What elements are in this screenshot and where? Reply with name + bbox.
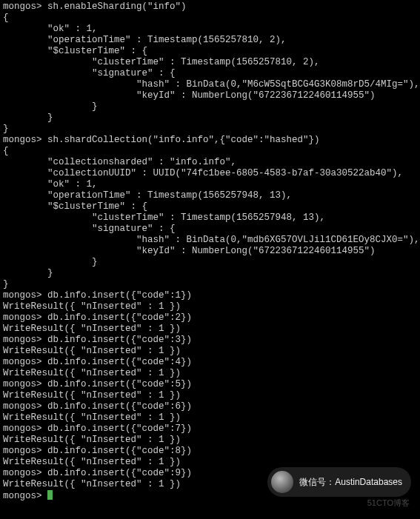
terminal-line: WriteResult({ "nInserted" : 1 }) xyxy=(3,390,417,401)
terminal-line: WriteResult({ "nInserted" : 1 }) xyxy=(3,457,417,468)
terminal-line: WriteResult({ "nInserted" : 1 }) xyxy=(3,301,417,312)
terminal-line: "clusterTime" : Timestamp(1565257948, 13… xyxy=(3,212,417,224)
terminal-line: } xyxy=(3,257,417,268)
terminal-line: mongos> db.info.insert({"code":3}) xyxy=(3,335,417,346)
terminal-line: WriteResult({ "nInserted" : 1 }) xyxy=(3,346,417,357)
watermark: 51CTO博客 xyxy=(367,498,410,509)
terminal-line: "keyId" : NumberLong("672236712246011495… xyxy=(3,90,417,101)
terminal-line: WriteResult({ "nInserted" : 1 }) xyxy=(3,435,417,446)
terminal-line: "ok" : 1, xyxy=(3,179,417,190)
wechat-overlay: 微信号：AustinDatabases xyxy=(267,467,411,497)
terminal-line: "signature" : { xyxy=(3,68,417,79)
terminal-line: { xyxy=(3,13,417,24)
terminal-line: "keyId" : NumberLong("672236712246011495… xyxy=(3,246,417,257)
terminal-line: "hash" : BinData(0,"mdb6XG57OVLJil1CD61E… xyxy=(3,235,417,246)
terminal-line: "clusterTime" : Timestamp(1565257810, 2)… xyxy=(3,57,417,68)
terminal-line: "$clusterTime" : { xyxy=(3,201,417,212)
terminal-line: "collectionsharded" : "info.info", xyxy=(3,157,417,168)
terminal-line: mongos> sh.enableSharding("info") xyxy=(3,1,417,13)
cursor xyxy=(47,490,53,500)
terminal-line: mongos> db.info.insert({"code":6}) xyxy=(3,401,417,412)
terminal-line: "operationTime" : Timestamp(1565257948, … xyxy=(3,190,417,201)
terminal-line: } xyxy=(3,124,417,135)
terminal-line: mongos> db.info.insert({"code":4}) xyxy=(3,357,417,368)
terminal-line: "hash" : BinData(0,"M6cW5SqtBCG4G3K08m8r… xyxy=(3,79,417,90)
terminal-line: WriteResult({ "nInserted" : 1 }) xyxy=(3,412,417,423)
terminal-output[interactable]: mongos> sh.enableSharding("info"){ "ok" … xyxy=(3,1,417,490)
terminal-line: mongos> db.info.insert({"code":7}) xyxy=(3,423,417,435)
terminal-line: mongos> db.info.insert({"code":2}) xyxy=(3,312,417,324)
terminal-line: } xyxy=(3,268,417,279)
terminal-line: WriteResult({ "nInserted" : 1 }) xyxy=(3,368,417,379)
prompt-text: mongos> xyxy=(3,491,47,501)
terminal-line: WriteResult({ "nInserted" : 1 }) xyxy=(3,324,417,335)
terminal-line: "collectionUUID" : UUID("74fc1bee-6805-4… xyxy=(3,168,417,179)
terminal-line: "operationTime" : Timestamp(1565257810, … xyxy=(3,35,417,46)
terminal-line: } xyxy=(3,279,417,290)
terminal-line: mongos> sh.shardCollection("info.info",{… xyxy=(3,135,417,146)
terminal-line: mongos> db.info.insert({"code":8}) xyxy=(3,446,417,457)
terminal-line: mongos> db.info.insert({"code":5}) xyxy=(3,379,417,390)
avatar-icon xyxy=(271,471,293,493)
terminal-line: { xyxy=(3,146,417,157)
terminal-line: } xyxy=(3,113,417,124)
terminal-line: "ok" : 1, xyxy=(3,24,417,35)
terminal-line: } xyxy=(3,101,417,113)
terminal-line: mongos> db.info.insert({"code":1}) xyxy=(3,290,417,301)
terminal-line: "signature" : { xyxy=(3,224,417,235)
wechat-label: 微信号：AustinDatabases xyxy=(299,477,402,488)
terminal-line: "$clusterTime" : { xyxy=(3,46,417,57)
